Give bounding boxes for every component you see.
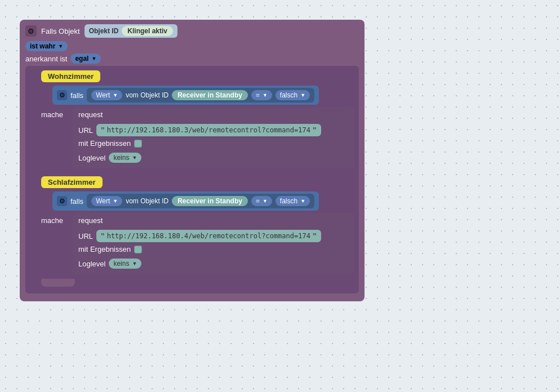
wohnzimmer-url-value: http://192.168.180.3/web/remotecontrol?c… xyxy=(107,126,310,134)
header-row: ⚙ Falls Objekt Objekt ID Klingel aktiv xyxy=(25,24,359,38)
schlafzimmer-eq-arrow: ▼ xyxy=(263,198,268,204)
wohnzimmer-open-quote: " xyxy=(101,126,105,135)
wohnzimmer-url-label: URL xyxy=(78,126,93,135)
wohnzimmer-request-label: request xyxy=(78,110,103,119)
wohnzimmer-falsch-pill[interactable]: falsch ▼ xyxy=(275,90,310,100)
wohnzimmer-vom-label: vom Objekt ID xyxy=(126,91,168,99)
schlafzimmer-mit-label: mit Ergebnissen xyxy=(78,245,131,253)
bottom-notch xyxy=(41,279,75,287)
wohnzimmer-mit-row: mit Ergebnissen xyxy=(78,139,349,148)
wohnzimmer-falls-label: falls xyxy=(70,91,83,100)
wohnzimmer-url-row: URL " http://192.168.180.3/web/remotecon… xyxy=(78,124,349,136)
objekt-id-value: Klingel aktiv xyxy=(122,26,173,36)
wohnzimmer-url-string: " http://192.168.180.3/web/remotecontrol… xyxy=(96,124,321,136)
wohnzimmer-request-row: request xyxy=(78,110,349,119)
wohnzimmer-eq-arrow: ▼ xyxy=(263,92,268,98)
schlafzimmer-falls-gear: ⚙ xyxy=(57,196,67,206)
schlafzimmer-request-block: request URL " http://192.168.180.4/web/r… xyxy=(73,213,354,274)
wohnzimmer-close-quote: " xyxy=(313,126,317,135)
schlafzimmer-keins-pill[interactable]: keins ▼ xyxy=(109,259,141,269)
schlafzimmer-mit-row: mit Ergebnissen xyxy=(78,245,349,253)
schlafzimmer-wert-pill[interactable]: Wert ▼ xyxy=(91,196,122,206)
schlafzimmer-falsch-pill[interactable]: falsch ▼ xyxy=(275,196,310,206)
wohnzimmer-keins-arrow: ▼ xyxy=(132,155,137,161)
wohnzimmer-request-block: request URL " http://192.168.180.3/web/r… xyxy=(73,107,354,168)
wohnzimmer-falls-gear: ⚙ xyxy=(57,90,67,100)
wohnzimmer-falls-block: ⚙ falls Wert ▼ vom Objekt ID Receiver in… xyxy=(52,86,319,105)
egal-arrow: ▼ xyxy=(91,56,96,61)
wohnzimmer-eq-pill[interactable]: = ▼ xyxy=(251,90,272,100)
wohnzimmer-mache-row: mache request URL " http://192.168.180.3… xyxy=(41,107,354,168)
schlafzimmer-url-label: URL xyxy=(78,232,93,240)
schlafzimmer-close-quote: " xyxy=(313,231,317,240)
schlafzimmer-url-row: URL " http://192.168.180.4/web/remotecon… xyxy=(78,230,349,242)
wohnzimmer-checkbox[interactable] xyxy=(134,140,142,148)
wohnzimmer-label: Wohnzimmer xyxy=(41,70,100,82)
schlafzimmer-loglevel-row: Loglevel keins ▼ xyxy=(78,259,349,269)
outer-block: ⚙ Falls Objekt Objekt ID Klingel aktiv i… xyxy=(20,20,365,301)
wohnzimmer-mit-label: mit Ergebnissen xyxy=(78,139,131,148)
schlafzimmer-falls-label: falls xyxy=(70,197,83,206)
wohnzimmer-keins-pill[interactable]: keins ▼ xyxy=(109,153,141,163)
schlafzimmer-checkbox[interactable] xyxy=(134,246,142,253)
egal-pill[interactable]: egal ▼ xyxy=(70,54,101,64)
schlafzimmer-loglevel-label: Loglevel xyxy=(78,260,105,268)
objekt-id-container: Objekt ID Klingel aktiv xyxy=(85,24,177,38)
wohnzimmer-loglevel-label: Loglevel xyxy=(78,154,105,162)
schlafzimmer-request-row: request xyxy=(78,216,349,225)
inner-content: Wohnzimmer ⚙ falls Wert ▼ vom Objekt ID xyxy=(25,66,359,293)
schlafzimmer-falsch-arrow: ▼ xyxy=(300,198,305,204)
objekt-id-label: Objekt ID xyxy=(89,27,119,35)
wohnzimmer-falsch-arrow: ▼ xyxy=(300,92,305,98)
schlafzimmer-falls-row: ⚙ falls Wert ▼ vom Objekt ID Receiver in… xyxy=(41,191,354,211)
schlafzimmer-keins-arrow: ▼ xyxy=(132,261,137,266)
schlafzimmer-condition: Wert ▼ vom Objekt ID Receiver in Standby… xyxy=(87,194,314,208)
wohnzimmer-condition: Wert ▼ vom Objekt ID Receiver in Standby… xyxy=(87,88,314,103)
schlafzimmer-url-string: " http://192.168.180.4/web/remotecontrol… xyxy=(96,230,321,242)
wohnzimmer-loglevel-row: Loglevel keins ▼ xyxy=(78,153,349,163)
schlafzimmer-eq-pill[interactable]: = ▼ xyxy=(251,196,272,206)
ist-wahr-arrow: ▼ xyxy=(58,43,63,49)
schlafzimmer-section: Schlafzimmer ⚙ falls Wert ▼ vom Objekt I… xyxy=(30,176,354,274)
schlafzimmer-label: Schlafzimmer xyxy=(41,176,103,188)
main-container: ⚙ Falls Objekt Objekt ID Klingel aktiv i… xyxy=(11,11,549,310)
schlafzimmer-falls-block: ⚙ falls Wert ▼ vom Objekt ID Receiver in… xyxy=(52,191,319,211)
schlafzimmer-url-value: http://192.168.180.4/web/remotecontrol?c… xyxy=(107,232,310,240)
falls-objekt-label: Falls Objekt xyxy=(41,27,80,35)
wohnzimmer-wert-pill[interactable]: Wert ▼ xyxy=(91,90,122,100)
gear-icon: ⚙ xyxy=(25,25,37,37)
wohnzimmer-falls-row: ⚙ falls Wert ▼ vom Objekt ID Receiver in… xyxy=(41,86,354,105)
anerkannt-row: anerkannt ist egal ▼ xyxy=(25,54,359,64)
schlafzimmer-mache-row: mache request URL " http://192.168.180.4… xyxy=(41,213,354,274)
anerkannt-label: anerkannt ist xyxy=(25,55,67,63)
schlafzimmer-vom-label: vom Objekt ID xyxy=(126,197,168,205)
schlafzimmer-receiver-pill: Receiver in Standby xyxy=(172,196,248,206)
ist-wahr-pill[interactable]: ist wahr ▼ xyxy=(25,41,68,51)
schlafzimmer-open-quote: " xyxy=(101,231,105,240)
wohnzimmer-mache-label: mache xyxy=(41,107,64,119)
ist-wahr-row: ist wahr ▼ xyxy=(25,41,359,51)
schlafzimmer-mache-label: mache xyxy=(41,213,64,225)
wohnzimmer-wert-arrow: ▼ xyxy=(113,92,118,98)
wohnzimmer-receiver-pill: Receiver in Standby xyxy=(172,90,248,100)
schlafzimmer-request-label: request xyxy=(78,216,103,225)
wohnzimmer-section: Wohnzimmer ⚙ falls Wert ▼ vom Objekt ID xyxy=(30,70,354,168)
schlafzimmer-wert-arrow: ▼ xyxy=(113,198,118,204)
